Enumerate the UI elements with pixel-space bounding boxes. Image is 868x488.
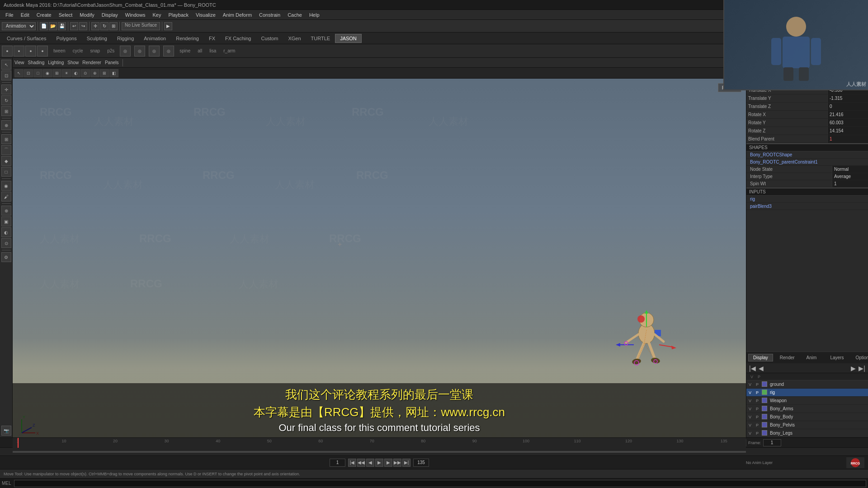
layer-weapon[interactable]: V P Weapon (746, 397, 868, 405)
menu-key[interactable]: Key (149, 11, 165, 19)
rotate-btn[interactable]: ↻ (100, 22, 108, 30)
move-tool-btn[interactable]: ✛ (1, 84, 11, 94)
layer-bony-legs[interactable]: V P Bony_Legs (746, 429, 868, 437)
vpt-textured-btn[interactable]: ⊞ (52, 69, 61, 77)
scale-btn[interactable]: ⊞ (109, 22, 118, 30)
pb-next-key-btn[interactable]: ▶▶ (393, 459, 401, 467)
vp-menu-lighting[interactable]: Lighting (48, 60, 64, 65)
vpt-select-btn[interactable]: ↖ (14, 69, 24, 77)
menu-playback[interactable]: Playback (165, 11, 192, 19)
shelf-icon-2[interactable]: ● (14, 46, 24, 56)
panel-tab-display[interactable]: Display (748, 354, 773, 361)
vpt-smooth-btn[interactable]: ◉ (43, 69, 52, 77)
panel-tab-anim[interactable]: Anim (802, 354, 822, 361)
rotate-tool-btn[interactable]: ↻ (1, 95, 11, 105)
animation-dropdown[interactable]: Animation (2, 22, 36, 30)
panel-tab-options[interactable]: Options (850, 354, 868, 361)
vp-menu-shading[interactable]: Shading (28, 60, 45, 65)
menu-modify[interactable]: Modify (76, 11, 98, 19)
pb-first-btn[interactable]: |◀ (348, 459, 356, 467)
input-pairblend[interactable]: pairBlend3 (746, 203, 868, 210)
tab-rendering[interactable]: Rendering (171, 34, 204, 43)
menu-edit[interactable]: Edit (17, 11, 33, 19)
snap-curve-btn[interactable]: ⌒ (1, 145, 11, 155)
vpt-grid-btn[interactable]: ⊞ (100, 69, 109, 77)
tab-fx[interactable]: FX (204, 34, 220, 43)
vp-menu-renderer[interactable]: Renderer (82, 60, 101, 65)
tab-sculpting[interactable]: Sculpting (82, 34, 112, 43)
tab-fx-caching[interactable]: FX Caching (220, 34, 256, 43)
panel-tab-render[interactable]: Render (775, 354, 800, 361)
layer-first-btn[interactable]: |◀ (748, 365, 757, 372)
tab-custom[interactable]: Custom (256, 34, 283, 43)
layer-last-btn[interactable]: ▶| (858, 365, 866, 372)
menu-windows[interactable]: Windows (122, 11, 149, 19)
shelf-icon-8[interactable]: ◎ (163, 46, 174, 56)
mel-input[interactable] (14, 480, 866, 487)
camera-btn[interactable]: 📷 (1, 426, 11, 436)
scale-tool-btn[interactable]: ⊞ (1, 106, 11, 116)
snap-point-btn[interactable]: ◆ (1, 156, 11, 166)
menu-help[interactable]: Help (306, 11, 323, 19)
pb-next-btn[interactable]: ▶ (384, 459, 392, 467)
vp-menu-panels[interactable]: Panels (105, 60, 119, 65)
time-cursor[interactable] (18, 438, 19, 448)
attr-translate-y[interactable]: Translate Y -1.315 (746, 94, 868, 103)
snap-view-btn[interactable]: □ (1, 167, 11, 177)
shelf-icon-4[interactable]: ● (37, 46, 48, 56)
soft-select-btn[interactable]: ◉ (1, 181, 11, 191)
attr-blend-parent[interactable]: Blend Parent 1 (746, 135, 868, 143)
menu-select[interactable]: Select (55, 11, 76, 19)
vpt-shadow-btn[interactable]: ◐ (71, 69, 80, 77)
vpt-hud-btn[interactable]: ◧ (109, 69, 118, 77)
undo-btn[interactable]: ↩ (70, 22, 78, 30)
live-surface-btn[interactable]: No Live Surface (122, 22, 160, 30)
shelf-icon-1[interactable]: ● (2, 46, 13, 56)
frame-input[interactable] (763, 439, 781, 446)
tab-turtle[interactable]: TURTLE (306, 34, 335, 43)
menu-file[interactable]: File (2, 11, 17, 19)
menu-animdeform[interactable]: Anim Deform (219, 11, 255, 19)
pb-last-btn[interactable]: ▶| (402, 459, 410, 467)
attr-translate-z[interactable]: Translate Z 0 (746, 103, 868, 111)
shelf-icon-7[interactable]: ◎ (149, 46, 160, 56)
timeline-track[interactable]: 1 10 20 30 40 50 60 70 80 90 100 110 120… (13, 438, 746, 448)
layer-ground[interactable]: V P ground (746, 380, 868, 389)
start-frame-input[interactable] (330, 459, 345, 467)
attr-rotate-x[interactable]: Rotate X 21.416 (746, 111, 868, 119)
shelf-icon-6[interactable]: ◎ (134, 46, 145, 56)
redo-btn[interactable]: ↪ (79, 22, 87, 30)
menu-cache[interactable]: Cache (284, 11, 306, 19)
menu-create[interactable]: Create (33, 11, 55, 19)
panel-tab-layers[interactable]: Layers (825, 354, 849, 361)
tab-animation[interactable]: Animation (139, 34, 171, 43)
tab-xgen[interactable]: XGen (283, 34, 306, 43)
xray-btn[interactable]: ⊙ (1, 238, 11, 248)
lasso-btn[interactable]: ⊡ (1, 70, 11, 80)
vpt-isolate-btn[interactable]: ⊕ (90, 69, 99, 77)
input-rig[interactable]: rig (746, 196, 868, 203)
move-btn[interactable]: ✛ (91, 22, 99, 30)
select-tool-btn[interactable]: ↖ (1, 60, 11, 70)
attr-rotate-z[interactable]: Rotate Z 14.154 (746, 127, 868, 135)
tab-rigging[interactable]: Rigging (112, 34, 139, 43)
shelf-icon-5[interactable]: ◎ (120, 46, 131, 56)
shelf-icon-3[interactable]: ● (25, 46, 36, 56)
menu-visualize[interactable]: Visualize (192, 11, 219, 19)
history-btn[interactable]: ⊕ (1, 206, 11, 216)
vp-menu-view[interactable]: View (14, 60, 24, 65)
render-btn[interactable]: ▶ (164, 22, 172, 30)
layer-rig[interactable]: V P rig (746, 389, 868, 397)
layer-bony-arms[interactable]: V P Bony_Arms (746, 405, 868, 413)
tab-curves-surfaces[interactable]: Curves / Surfaces (2, 34, 51, 43)
vpt-wireframe-btn[interactable]: □ (33, 69, 42, 77)
save-btn[interactable]: 💾 (58, 22, 66, 30)
snap-grid-btn[interactable]: ⊞ (1, 134, 11, 144)
layer-next-btn[interactable]: ▶ (850, 365, 857, 372)
menu-constrain[interactable]: Constrain (255, 11, 284, 19)
vpt-light-btn[interactable]: ☀ (62, 69, 71, 77)
tab-polygons[interactable]: Polygons (51, 34, 81, 43)
tool-settings-btn[interactable]: ⚙ (1, 252, 11, 262)
range-slider[interactable] (13, 451, 746, 453)
attr-rotate-y[interactable]: Rotate Y 60.003 (746, 119, 868, 127)
